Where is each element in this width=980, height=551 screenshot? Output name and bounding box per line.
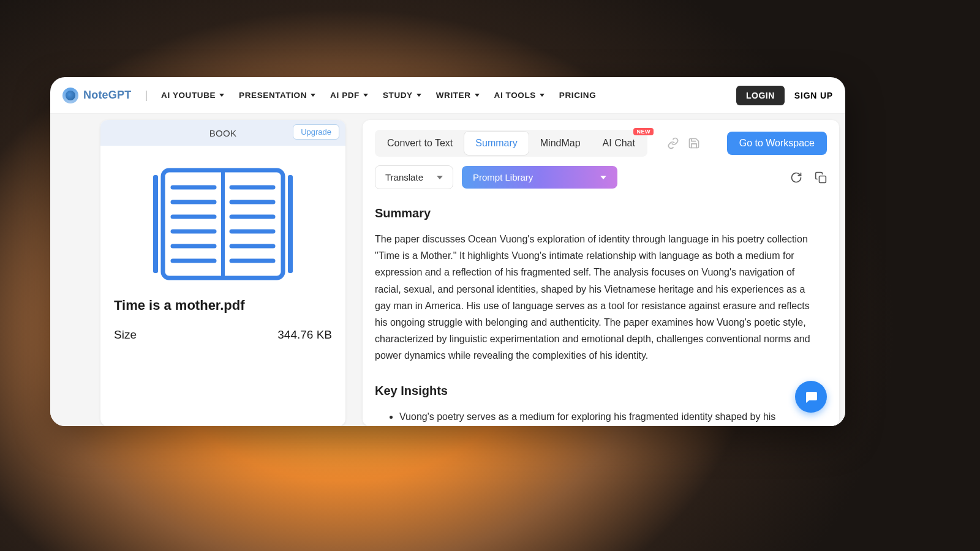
- size-value: 344.76 KB: [277, 328, 332, 342]
- login-button[interactable]: LOGIN: [736, 86, 785, 105]
- nav-item-ai-tools[interactable]: AI TOOLS: [494, 91, 545, 100]
- tab-label: Summary: [475, 138, 517, 149]
- main-nav: AI YOUTUBE PRESENTATION AI PDF STUDY WRI…: [161, 91, 596, 100]
- file-panel: BOOK Upgrade: [100, 120, 345, 426]
- book-illustration: [100, 146, 345, 298]
- nav-item-study[interactable]: STUDY: [383, 91, 421, 100]
- app-window: NoteGPT | AI YOUTUBE PRESENTATION AI PDF…: [50, 77, 845, 426]
- nav-label: WRITER: [436, 91, 471, 100]
- prompt-library-dropdown[interactable]: Prompt Library: [462, 166, 617, 189]
- tab-label: AI Chat: [603, 138, 635, 149]
- chevron-down-icon: [475, 94, 480, 97]
- book-icon: [143, 163, 303, 285]
- tab-label: Convert to Text: [387, 138, 453, 149]
- tab-label: MindMap: [540, 138, 581, 149]
- summary-body[interactable]: Summary The paper discusses Ocean Vuong'…: [375, 203, 827, 426]
- translate-label: Translate: [385, 172, 423, 182]
- chevron-down-icon: [600, 176, 606, 179]
- nav-item-ai-youtube[interactable]: AI YOUTUBE: [161, 91, 224, 100]
- nav-item-pricing[interactable]: PRICING: [559, 91, 596, 100]
- svg-rect-16: [820, 176, 826, 182]
- summary-heading: Summary: [375, 203, 816, 223]
- nav-item-writer[interactable]: WRITER: [436, 91, 480, 100]
- brand-name: NoteGPT: [83, 89, 131, 102]
- chevron-down-icon: [417, 94, 421, 97]
- nav-label: AI YOUTUBE: [161, 91, 216, 100]
- chat-fab[interactable]: [795, 381, 827, 413]
- chevron-down-icon: [437, 176, 443, 179]
- nav-label: AI TOOLS: [494, 91, 536, 100]
- key-insights-heading: Key Insights: [375, 380, 816, 401]
- chevron-down-icon: [363, 94, 368, 97]
- separator: |: [145, 89, 148, 102]
- file-meta: Size 344.76 KB: [100, 313, 345, 342]
- upgrade-button[interactable]: Upgrade: [293, 124, 339, 140]
- chevron-down-icon: [219, 94, 224, 97]
- save-icon[interactable]: [688, 137, 700, 149]
- signup-button[interactable]: SIGN UP: [794, 91, 833, 100]
- nav-item-presentation[interactable]: PRESENTATION: [239, 91, 315, 100]
- nav-item-ai-pdf[interactable]: AI PDF: [330, 91, 368, 100]
- tabs-row: Convert to Text Summary MindMap AI Chat …: [375, 130, 827, 157]
- logo[interactable]: NoteGPT: [62, 88, 131, 103]
- nav-label: AI PDF: [330, 91, 360, 100]
- svg-rect-0: [153, 175, 158, 273]
- nav-label: PRICING: [559, 91, 596, 100]
- controls-right: [790, 171, 827, 184]
- chat-bubble-icon: [804, 389, 818, 404]
- go-to-workspace-button[interactable]: Go to Workspace: [727, 132, 827, 155]
- tab-mindmap[interactable]: MindMap: [529, 132, 592, 155]
- nav-label: PRESENTATION: [239, 91, 307, 100]
- topbar-right: LOGIN SIGN UP: [736, 86, 833, 105]
- nav-label: STUDY: [383, 91, 413, 100]
- file-panel-header: BOOK Upgrade: [100, 120, 345, 146]
- prompt-library-label: Prompt Library: [473, 172, 533, 182]
- logo-swirl-icon: [62, 88, 78, 103]
- link-icon[interactable]: [667, 137, 679, 149]
- chevron-down-icon: [311, 94, 315, 97]
- tab-convert-to-text[interactable]: Convert to Text: [376, 132, 464, 155]
- tab-ai-chat[interactable]: AI Chat NEW: [592, 132, 646, 155]
- insights-list: Vuong's poetry serves as a medium for ex…: [375, 408, 816, 427]
- insight-item: Vuong's poetry serves as a medium for ex…: [399, 408, 816, 427]
- tabs: Convert to Text Summary MindMap AI Chat …: [375, 130, 647, 157]
- new-badge: NEW: [633, 128, 654, 135]
- content: BOOK Upgrade: [50, 114, 845, 426]
- tab-summary[interactable]: Summary: [464, 131, 529, 156]
- summary-text: The paper discusses Ocean Vuong's explor…: [375, 231, 816, 364]
- copy-icon[interactable]: [815, 171, 827, 184]
- topbar: NoteGPT | AI YOUTUBE PRESENTATION AI PDF…: [50, 77, 845, 114]
- tab-action-icons: [667, 137, 700, 149]
- file-type-label: BOOK: [209, 128, 237, 138]
- controls-row: Translate Prompt Library: [375, 165, 827, 189]
- refresh-icon[interactable]: [790, 171, 802, 184]
- file-name: Time is a mother.pdf: [100, 298, 345, 313]
- size-label: Size: [114, 328, 137, 342]
- summary-panel: Convert to Text Summary MindMap AI Chat …: [363, 120, 839, 426]
- svg-rect-1: [288, 175, 293, 273]
- translate-dropdown[interactable]: Translate: [375, 165, 453, 189]
- chevron-down-icon: [540, 94, 545, 97]
